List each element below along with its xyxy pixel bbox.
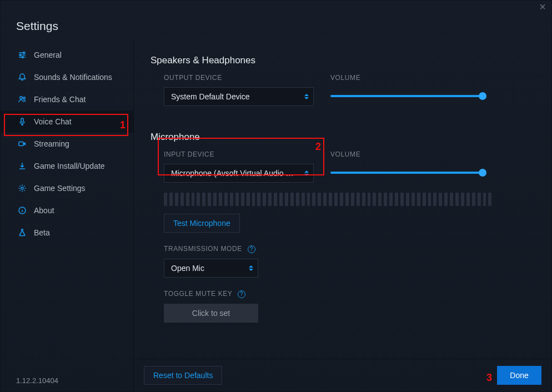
- help-icon[interactable]: ?: [248, 245, 255, 253]
- sidebar-item-label: Sounds & Notifications: [34, 73, 112, 82]
- sidebar-item-label: About: [34, 206, 54, 215]
- sidebar-item-friends[interactable]: Friends & Chat: [1, 88, 133, 110]
- transmission-mode-select[interactable]: Open Mic: [164, 259, 258, 278]
- download-icon: [17, 161, 27, 171]
- close-icon[interactable]: ×: [539, 3, 546, 11]
- page-title: Settings: [1, 12, 551, 42]
- sidebar-item-label: Friends & Chat: [34, 95, 86, 104]
- select-caret-icon: [304, 94, 309, 99]
- camera-icon: [17, 139, 27, 149]
- sidebar-item-sounds[interactable]: Sounds & Notifications: [1, 66, 133, 88]
- select-caret-icon: [249, 265, 253, 271]
- done-button[interactable]: Done: [497, 366, 541, 385]
- output-volume-slider[interactable]: [330, 91, 486, 102]
- test-mic-button[interactable]: Test Microphone: [164, 214, 240, 233]
- col-input-device: INPUT DEVICE Microphone (Avsoft Virtual …: [164, 150, 314, 183]
- body: General Sounds & Notifications Friends &…: [1, 42, 551, 391]
- output-device-value: System Default Device: [171, 92, 250, 101]
- bell-icon: [17, 72, 27, 82]
- slider-thumb[interactable]: [479, 169, 486, 177]
- sidebar-item-voice-chat[interactable]: Voice Chat: [1, 110, 133, 133]
- row-input: INPUT DEVICE Microphone (Avsoft Virtual …: [164, 150, 535, 183]
- version-text: 1.12.2.10404: [1, 372, 133, 391]
- toggle-mute-button[interactable]: Click to set: [164, 304, 258, 323]
- gear-icon: [17, 183, 27, 193]
- sidebar-item-label: Voice Chat: [34, 117, 72, 126]
- select-caret-icon: [304, 170, 309, 176]
- sidebar-item-label: Game Install/Update: [34, 162, 105, 170]
- sidebar-item-label: Streaming: [34, 139, 69, 148]
- slider-track: [330, 172, 486, 174]
- input-device-select[interactable]: Microphone (Avsoft Virtual Audio Device): [164, 164, 314, 183]
- sidebar-item-game-settings[interactable]: Game Settings: [1, 177, 133, 199]
- help-icon[interactable]: ?: [238, 290, 245, 298]
- input-device-label: INPUT DEVICE: [164, 150, 314, 158]
- mic-level-meter: [164, 193, 491, 206]
- section-mic-title: Microphone: [150, 132, 535, 143]
- col-toggle-mute: TOGGLE MUTE KEY ? Click to set: [164, 290, 535, 323]
- svg-point-3: [20, 97, 22, 99]
- settings-window: × Settings General Sounds & Notification…: [0, 0, 552, 392]
- titlebar: ×: [1, 1, 551, 12]
- users-icon: [17, 94, 27, 104]
- sidebar-item-about[interactable]: About: [1, 199, 133, 222]
- content: Speakers & Headphones OUTPUT DEVICE Syst…: [134, 42, 551, 359]
- row-output: OUTPUT DEVICE System Default Device VOLU…: [164, 74, 535, 106]
- mic-icon: [17, 117, 27, 127]
- col-output-device: OUTPUT DEVICE System Default Device: [164, 74, 314, 106]
- svg-rect-5: [21, 118, 23, 122]
- section-speakers-title: Speakers & Headphones: [150, 55, 535, 66]
- svg-rect-6: [19, 142, 23, 146]
- info-icon: [17, 205, 27, 215]
- sidebar-item-install[interactable]: Game Install/Update: [1, 155, 133, 177]
- sidebar-item-label: General: [34, 51, 62, 59]
- slider-track: [330, 95, 486, 97]
- sidebar-item-general[interactable]: General: [1, 44, 133, 66]
- sidebar: General Sounds & Notifications Friends &…: [1, 42, 134, 391]
- main: Speakers & Headphones OUTPUT DEVICE Syst…: [134, 42, 551, 391]
- sidebar-item-beta[interactable]: Beta: [1, 222, 133, 244]
- footer: Reset to Defaults Done: [134, 359, 551, 391]
- toggle-mute-label: TOGGLE MUTE KEY ?: [164, 290, 535, 298]
- sidebar-item-streaming[interactable]: Streaming: [1, 133, 133, 155]
- slider-thumb[interactable]: [479, 92, 486, 100]
- transmission-value: Open Mic: [171, 264, 204, 273]
- col-transmission: TRANSMISSION MODE ? Open Mic: [164, 245, 535, 278]
- transmission-label: TRANSMISSION MODE ?: [164, 245, 535, 253]
- reset-defaults-button[interactable]: Reset to Defaults: [144, 366, 222, 385]
- flask-icon: [17, 228, 27, 238]
- test-mic-wrap: Test Microphone: [164, 214, 535, 233]
- input-device-value: Microphone (Avsoft Virtual Audio Device): [171, 169, 297, 178]
- mic-meter-wrap: [164, 193, 535, 206]
- output-volume-label: VOLUME: [330, 74, 486, 82]
- output-device-label: OUTPUT DEVICE: [164, 74, 314, 82]
- nav: General Sounds & Notifications Friends &…: [1, 44, 133, 372]
- sliders-icon: [17, 50, 27, 60]
- svg-point-7: [21, 187, 23, 189]
- input-volume-label: VOLUME: [330, 150, 486, 158]
- col-input-volume: VOLUME: [330, 150, 486, 178]
- svg-point-4: [23, 97, 26, 99]
- sidebar-item-label: Beta: [34, 228, 50, 237]
- output-device-select[interactable]: System Default Device: [164, 87, 314, 106]
- sidebar-item-label: Game Settings: [34, 184, 86, 193]
- input-volume-slider[interactable]: [330, 167, 486, 178]
- col-output-volume: VOLUME: [330, 74, 486, 102]
